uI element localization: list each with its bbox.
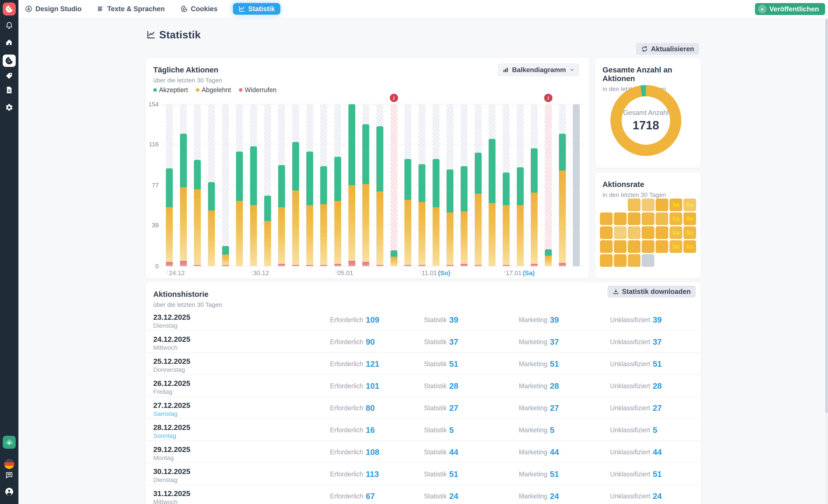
bar-column-background	[545, 104, 552, 266]
stacked-bar[interactable]	[334, 157, 341, 266]
stacked-bar[interactable]	[376, 126, 383, 266]
sidebar-item-home[interactable]	[0, 38, 18, 47]
heatmap-cell[interactable]	[656, 212, 668, 225]
heatmap-cell[interactable]: Sa	[669, 226, 682, 239]
heatmap-cell[interactable]	[642, 212, 654, 225]
stacked-bar[interactable]	[264, 196, 271, 266]
heatmap-cell[interactable]	[600, 254, 613, 267]
app-logo[interactable]	[3, 3, 16, 15]
x-axis-label: 11.01 (So)	[420, 269, 450, 277]
stacked-bar[interactable]	[292, 142, 299, 266]
heatmap-cell[interactable]	[656, 199, 668, 211]
stacked-bar[interactable]	[503, 172, 509, 266]
stacked-bar[interactable]	[166, 168, 173, 266]
stacked-bar[interactable]	[278, 165, 285, 266]
heatmap-cell[interactable]	[656, 240, 668, 253]
metric-label: Statistik	[424, 448, 447, 456]
nav-texte-sprachen[interactable]: Texte & Sprachen	[97, 5, 165, 13]
nav-cookies[interactable]: Cookies	[180, 5, 217, 13]
legend-item[interactable]: Widerrufen	[239, 86, 277, 94]
heatmap-cell[interactable]: Sa	[669, 199, 682, 211]
refresh-button[interactable]: Aktualisieren	[636, 43, 699, 55]
legend-item[interactable]: Akzeptiert	[153, 86, 188, 94]
heatmap-cell[interactable]	[642, 226, 654, 239]
alert-info-badge[interactable]: i	[544, 94, 552, 102]
heatmap-cell[interactable]	[600, 226, 613, 239]
heatmap-cell[interactable]	[614, 240, 626, 253]
heatmap-cell[interactable]	[628, 226, 640, 239]
stacked-bar[interactable]	[362, 124, 369, 266]
history-row[interactable]: 24.12.2025 Mittwoch Erforderlich 90 Stat…	[146, 331, 701, 353]
sidebar-item-feedback[interactable]	[0, 471, 18, 479]
history-row[interactable]: 30.12.2025 Dienstag Erforderlich 113 Sta…	[146, 463, 701, 485]
stacked-bar[interactable]	[390, 250, 398, 266]
legend-item[interactable]: Abgelehnt	[196, 86, 231, 94]
history-row[interactable]: 25.12.2025 Donnerstag Erforderlich 121 S…	[146, 353, 701, 375]
stacked-bar[interactable]	[222, 246, 229, 266]
heatmap-cell[interactable]	[600, 212, 613, 225]
heatmap-cell[interactable]: So	[684, 240, 696, 253]
sidebar-publish-button[interactable]	[3, 436, 16, 449]
history-row[interactable]: 29.12.2025 Montag Erforderlich 108 Stati…	[146, 441, 701, 463]
heatmap-cell[interactable]	[628, 240, 640, 253]
sidebar-item-documents[interactable]	[0, 86, 18, 94]
heatmap-cell[interactable]	[642, 240, 654, 253]
stacked-bar[interactable]	[531, 148, 538, 266]
stacked-bar[interactable]	[208, 182, 215, 266]
language-flag-german[interactable]	[4, 459, 14, 469]
stacked-bar[interactable]	[432, 159, 440, 266]
stacked-bar[interactable]	[475, 153, 482, 266]
history-row[interactable]: 26.12.2025 Freitag Erforderlich 101 Stat…	[146, 375, 701, 397]
bar-pending-day[interactable]	[573, 104, 580, 266]
heatmap-cell[interactable]: So	[684, 226, 696, 239]
heatmap-cell[interactable]	[642, 199, 654, 211]
history-row[interactable]: 31.12.2025 Mittwoch Erforderlich 67 Stat…	[146, 485, 701, 504]
stacked-bar-chart[interactable]: 03977116154ii 24.12 30.12 05.01 11.01 (S…	[162, 104, 583, 266]
alert-info-badge[interactable]: i	[390, 94, 398, 102]
history-row[interactable]: 27.12.2025 Samstag Erforderlich 80 Stati…	[146, 397, 701, 419]
download-statistics-button[interactable]: Statistik downloaden	[608, 286, 696, 297]
stacked-bar[interactable]	[461, 166, 467, 266]
heatmap-cell-pending[interactable]	[642, 254, 654, 267]
stacked-bar[interactable]	[517, 167, 524, 266]
stacked-bar[interactable]	[447, 169, 453, 266]
nav-design-studio[interactable]: Design Studio	[25, 5, 82, 13]
heatmap-cell[interactable]	[628, 212, 640, 225]
heatmap-cell[interactable]: Sa	[669, 240, 682, 253]
stacked-bar[interactable]	[250, 146, 257, 266]
sidebar-item-notifications[interactable]	[0, 21, 18, 30]
stacked-bar[interactable]	[348, 104, 355, 266]
heatmap-cell[interactable]	[628, 254, 640, 267]
history-row[interactable]: 23.12.2025 Dienstag Erforderlich 109 Sta…	[146, 309, 701, 331]
stacked-bar[interactable]	[489, 139, 496, 266]
heatmap-cell[interactable]	[614, 212, 626, 225]
stacked-bar[interactable]	[236, 152, 243, 266]
sidebar-item-profile[interactable]	[0, 487, 18, 496]
sidebar-item-tags[interactable]	[0, 72, 18, 80]
heatmap-cell[interactable]	[656, 226, 668, 239]
heatmap-cell[interactable]	[614, 254, 626, 267]
stacked-bar[interactable]	[180, 134, 187, 266]
stacked-bar[interactable]	[559, 134, 566, 266]
heatmap-cell[interactable]: Sa	[669, 212, 682, 225]
stacked-bar[interactable]	[418, 164, 425, 266]
history-row[interactable]: 28.12.2025 Sonntag Erforderlich 16 Stati…	[146, 419, 701, 441]
sidebar-item-settings[interactable]	[0, 103, 18, 112]
heatmap-cell[interactable]: So	[684, 212, 696, 225]
heatmap-cell[interactable]	[600, 240, 613, 253]
nav-statistik-active[interactable]: Statistik	[233, 3, 280, 15]
heatmap-cell[interactable]: So	[684, 199, 696, 211]
scrollbar-thumb[interactable]	[825, 19, 828, 413]
stacked-bar[interactable]	[320, 166, 327, 266]
chart-type-select[interactable]: Balkendiagramm	[498, 64, 579, 76]
bar-chart-icon	[502, 67, 509, 73]
heatmap-cell[interactable]	[628, 199, 640, 211]
stacked-bar[interactable]	[545, 249, 552, 266]
stacked-bar[interactable]	[306, 152, 313, 266]
heatmap-cell[interactable]	[614, 226, 626, 239]
stacked-bar[interactable]	[194, 160, 201, 266]
scrollbar-track[interactable]	[825, 18, 828, 504]
sidebar-item-cookies-active[interactable]	[3, 54, 16, 67]
stacked-bar[interactable]	[404, 159, 411, 266]
publish-button[interactable]: Veröffentlichen	[755, 3, 825, 15]
